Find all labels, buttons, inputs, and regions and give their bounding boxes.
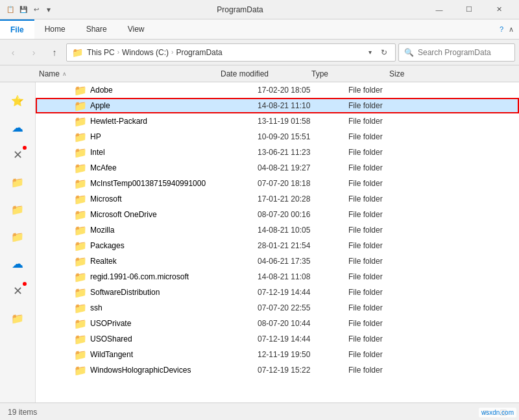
file-type: File folder: [348, 319, 426, 328]
address-segment-windows[interactable]: Windows (C:): [122, 48, 169, 57]
file-name: USOShared: [90, 334, 258, 344]
ribbon-tabs: File Home Share View ? ∧: [0, 19, 519, 39]
folder-icon: 📁: [75, 131, 86, 143]
file-area: ⭐ ☁ ✕ 📁 📁 📁 ☁ ✕ 📁 📁 Adobe 17-02-20 18:05: [0, 82, 519, 402]
nav-error-2[interactable]: ✕: [5, 278, 30, 304]
table-row[interactable]: 📁 HP 10-09-20 15:51 File folder: [36, 129, 519, 145]
maximize-button[interactable]: ☐: [454, 0, 484, 19]
file-name: WildTangent: [90, 350, 258, 359]
table-row[interactable]: 📁 Packages 28-01-21 21:54 File folder: [36, 238, 519, 253]
file-list[interactable]: 📁 Adobe 17-02-20 18:05 File folder 📁 App…: [36, 82, 519, 402]
table-row[interactable]: 📁 Mozilla 14-08-21 10:05 File folder: [36, 222, 519, 238]
file-date: 13-06-21 11:23: [258, 148, 348, 157]
nav-folder-2[interactable]: 📁: [5, 196, 30, 222]
file-date: 17-02-20 18:05: [258, 86, 348, 95]
nav-folder-3[interactable]: 📁: [5, 224, 30, 250]
file-date: 07-07-20 18:18: [258, 179, 348, 188]
folder-icon: 📁: [75, 146, 86, 158]
table-row[interactable]: 📁 USOShared 07-12-19 14:44 File folder: [36, 331, 519, 347]
file-date: 12-11-19 19:50: [258, 350, 348, 359]
minimize-button[interactable]: —: [424, 0, 454, 19]
close-button[interactable]: ✕: [484, 0, 514, 19]
file-date: 08-07-20 10:44: [258, 319, 348, 328]
folder-icon: 📁: [75, 224, 86, 236]
file-type: File folder: [348, 132, 426, 141]
table-row[interactable]: 📁 Microsoft 17-01-21 20:28 File folder: [36, 191, 519, 207]
file-type: File folder: [348, 288, 426, 297]
table-row[interactable]: 📁 McAfee 04-08-21 19:27 File folder: [36, 160, 519, 176]
search-input[interactable]: [418, 48, 509, 57]
table-row[interactable]: 📁 regid.1991-06.com.microsoft 14-08-21 1…: [36, 269, 519, 285]
table-row[interactable]: 📁 USOPrivate 08-07-20 10:44 File folder: [36, 316, 519, 331]
table-row[interactable]: 📁 Hewlett-Packard 13-11-19 01:58 File fo…: [36, 113, 519, 129]
file-type: File folder: [348, 210, 426, 219]
folder-icon: 📁: [75, 286, 86, 298]
file-name: Packages: [90, 241, 258, 250]
table-row[interactable]: 📁 Apple 14-08-21 11:10 File folder: [36, 98, 519, 113]
address-dropdown-arrow[interactable]: ▾: [366, 49, 374, 56]
address-segment-thispc[interactable]: This PC: [87, 48, 115, 57]
file-type: File folder: [348, 148, 426, 157]
window-controls: — ☐ ✕: [424, 0, 514, 19]
title-bar-separator: ▾: [47, 5, 51, 14]
file-date: 14-08-21 11:08: [258, 272, 348, 281]
error-badge-2: [21, 281, 28, 287]
col-header-type[interactable]: Type: [311, 69, 389, 78]
forward-button[interactable]: ›: [25, 43, 43, 62]
folder-icon: 📁: [75, 364, 86, 376]
nav-folder-1[interactable]: 📁: [5, 169, 30, 195]
tab-view[interactable]: View: [117, 19, 155, 39]
title-bar-icons: 📋 💾 ↩ ▾: [5, 5, 51, 15]
file-name: Apple: [90, 101, 258, 110]
table-row[interactable]: 📁 Microsoft OneDrive 08-07-20 00:16 File…: [36, 207, 519, 222]
address-bar[interactable]: 📁 This PC › Windows (C:) › ProgramData ▾…: [66, 43, 396, 62]
col-header-size[interactable]: Size: [389, 69, 519, 78]
file-date: 04-06-21 17:35: [258, 257, 348, 266]
folder-icon: 📁: [75, 162, 86, 174]
folder-icon: 📁: [75, 209, 86, 220]
tab-share[interactable]: Share: [76, 19, 117, 39]
table-row[interactable]: 📁 WindowsHolographicDevices 07-12-19 15:…: [36, 362, 519, 378]
file-name: McAfee: [90, 163, 258, 172]
address-segment-programdata[interactable]: ProgramData: [176, 48, 222, 57]
folder-icon: 📁: [75, 240, 86, 251]
table-row[interactable]: 📁 McInstTemp00138715940991000 07-07-20 1…: [36, 176, 519, 191]
table-row[interactable]: 📁 WildTangent 12-11-19 19:50 File folder: [36, 347, 519, 362]
nav-star[interactable]: ⭐: [5, 88, 30, 113]
nav-folder-4[interactable]: 📁: [5, 305, 30, 331]
back-button[interactable]: ‹: [4, 43, 22, 62]
file-type: File folder: [348, 241, 426, 250]
up-button[interactable]: ↑: [45, 43, 64, 62]
file-type: File folder: [348, 226, 426, 235]
table-row[interactable]: 📁 Intel 13-06-21 11:23 File folder: [36, 145, 519, 160]
col-header-date[interactable]: Date modified: [221, 69, 311, 78]
toolbar: ‹ › ↑ 📁 This PC › Windows (C:) › Program…: [0, 40, 519, 65]
table-row[interactable]: 📁 Adobe 17-02-20 18:05 File folder: [36, 82, 519, 98]
file-name: Microsoft: [90, 194, 258, 204]
file-date: 07-12-19 14:44: [258, 334, 348, 344]
nav-cloud[interactable]: ☁: [5, 251, 30, 277]
nav-onedrive-blue[interactable]: ☁: [5, 115, 30, 141]
file-name: Intel: [90, 148, 258, 157]
nav-sidebar: ⭐ ☁ ✕ 📁 📁 📁 ☁ ✕ 📁: [0, 82, 36, 402]
table-row[interactable]: 📁 SoftwareDistribution 07-12-19 14:44 Fi…: [36, 285, 519, 300]
file-name: ssh: [90, 303, 258, 312]
table-row[interactable]: 📁 Realtek 04-06-21 17:35 File folder: [36, 253, 519, 269]
folder-icon: 📁: [75, 255, 86, 267]
tab-home[interactable]: Home: [34, 19, 76, 39]
help-button[interactable]: ?: [500, 25, 503, 33]
address-refresh-button[interactable]: ↻: [378, 48, 390, 57]
tab-file[interactable]: File: [0, 19, 34, 39]
search-icon: 🔍: [404, 48, 414, 57]
file-type: File folder: [348, 350, 426, 359]
file-type: File folder: [348, 101, 426, 110]
collapse-ribbon-button[interactable]: ∧: [509, 25, 514, 34]
title-icon-2: 💾: [18, 5, 29, 15]
address-chevron-1: ›: [117, 49, 119, 56]
col-header-name[interactable]: Name ∧: [39, 69, 221, 78]
file-type: File folder: [348, 303, 426, 312]
file-date: 14-08-21 10:05: [258, 226, 348, 235]
table-row[interactable]: 📁 ssh 07-07-20 22:55 File folder: [36, 300, 519, 316]
search-box[interactable]: 🔍: [398, 43, 515, 62]
nav-error-1[interactable]: ✕: [5, 142, 30, 168]
